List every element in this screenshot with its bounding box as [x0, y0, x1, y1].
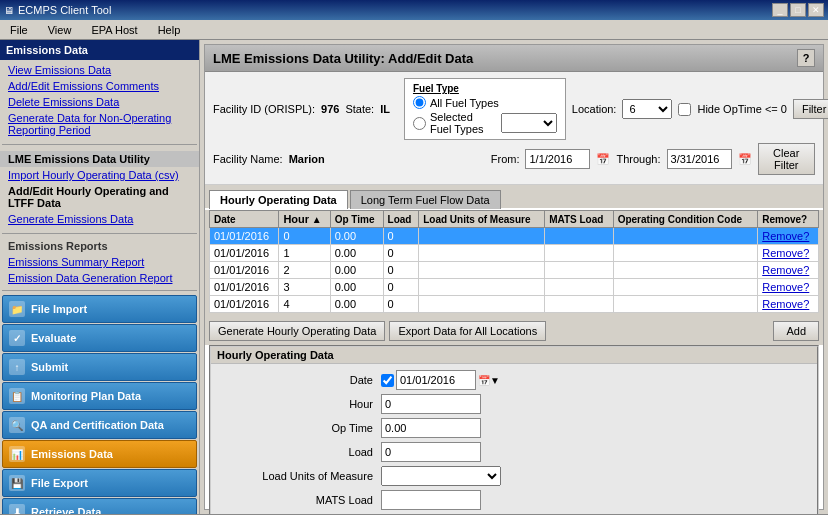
menu-file[interactable]: File	[4, 22, 34, 38]
cell-remove[interactable]: Remove?	[758, 245, 819, 262]
all-fuel-types-row: All Fuel Types	[413, 96, 557, 109]
cell-op-time: 0.00	[330, 245, 383, 262]
remove-link[interactable]: Remove?	[762, 298, 809, 310]
help-button[interactable]: ?	[797, 49, 815, 67]
fuel-type-select[interactable]	[501, 113, 557, 133]
table-row[interactable]: 01/01/2016 0 0.00 0 Remove?	[210, 228, 819, 245]
cell-op-time: 0.00	[330, 228, 383, 245]
calendar-through-icon[interactable]: 📅	[738, 153, 752, 166]
nav-emissions-data[interactable]: 📊 Emissions Data	[2, 440, 197, 468]
col-hour: Hour ▲	[279, 211, 330, 228]
facility-id-value: 976	[321, 103, 339, 115]
filter-button[interactable]: Filter	[793, 99, 828, 119]
from-input[interactable]	[525, 149, 590, 169]
sub-load-row: Load	[217, 442, 811, 462]
sub-panel-content: Date 📅▼ Hour	[217, 370, 811, 514]
emissions-data-icon: 📊	[9, 446, 25, 462]
sub-mats-load-input-group	[381, 490, 681, 510]
sub-mats-load-row: MATS Load	[217, 490, 811, 510]
cell-load: 0	[383, 228, 419, 245]
sidebar-link-view-emissions[interactable]: View Emissions Data	[0, 62, 199, 78]
sidebar-link-emission-gen[interactable]: Emission Data Generation Report	[0, 270, 199, 286]
evaluate-icon: ✓	[9, 330, 25, 346]
sub-date-checkbox[interactable]	[381, 374, 394, 387]
all-fuel-types-label: All Fuel Types	[430, 97, 499, 109]
generate-hourly-btn[interactable]: Generate Hourly Operating Data	[209, 321, 385, 341]
sub-hour-input[interactable]	[381, 394, 481, 414]
sub-date-input[interactable]	[396, 370, 476, 390]
nav-file-import[interactable]: 📁 File Import	[2, 295, 197, 323]
cell-remove[interactable]: Remove?	[758, 262, 819, 279]
location-select[interactable]: 6	[622, 99, 672, 119]
minimize-btn[interactable]: _	[772, 3, 788, 17]
tab-hourly-op[interactable]: Hourly Operating Data	[209, 190, 348, 209]
table-row[interactable]: 01/01/2016 2 0.00 0 Remove?	[210, 262, 819, 279]
add-row-btn[interactable]: Add	[773, 321, 819, 341]
sub-optime-input[interactable]	[381, 418, 481, 438]
sidebar-link-gen-non-op[interactable]: Generate Data for Non-Operating Reportin…	[0, 110, 199, 138]
remove-link[interactable]: Remove?	[762, 264, 809, 276]
export-all-locations-btn[interactable]: Export Data for All Locations	[389, 321, 546, 341]
cell-hour: 1	[279, 245, 330, 262]
table-row[interactable]: 01/01/2016 3 0.00 0 Remove?	[210, 279, 819, 296]
sidebar-link-generate[interactable]: Generate Emissions Data	[0, 211, 199, 227]
nav-qa-cert[interactable]: 🔍 QA and Certification Data	[2, 411, 197, 439]
cell-date: 01/01/2016	[210, 245, 279, 262]
close-btn[interactable]: ✕	[808, 3, 824, 17]
cell-luom	[419, 296, 545, 313]
all-fuel-types-radio[interactable]	[413, 96, 426, 109]
maximize-btn[interactable]: □	[790, 3, 806, 17]
sidebar-divider-3	[2, 290, 197, 291]
facility-id-label: Facility ID (ORISPL):	[213, 103, 315, 115]
nav-submit[interactable]: ↑ Submit	[2, 353, 197, 381]
menu-help[interactable]: Help	[152, 22, 187, 38]
nav-file-export[interactable]: 💾 File Export	[2, 469, 197, 497]
clear-filter-button[interactable]: Clear Filter	[758, 143, 815, 175]
hide-optime-checkbox[interactable]	[678, 103, 691, 116]
sidebar-link-add-comments[interactable]: Add/Edit Emissions Comments	[0, 78, 199, 94]
remove-link[interactable]: Remove?	[762, 247, 809, 259]
nav-monitoring-plan[interactable]: 📋 Monitoring Plan Data	[2, 382, 197, 410]
location-section: Location: 6 Hide OpTime <= 0 Filter	[572, 99, 828, 119]
top-form: Facility ID (ORISPL): 976 State: IL Fuel…	[205, 72, 823, 185]
sidebar-active-lme[interactable]: LME Emissions Data Utility	[0, 151, 199, 167]
cell-date: 01/01/2016	[210, 296, 279, 313]
sidebar-link-emissions-summary[interactable]: Emissions Summary Report	[0, 254, 199, 270]
cell-mats-load	[545, 228, 614, 245]
fuel-type-title: Fuel Type	[413, 83, 557, 94]
sub-luom-select[interactable]	[381, 466, 501, 486]
content-area: LME Emissions Data Utility: Add/Edit Dat…	[200, 40, 828, 514]
selected-fuel-types-radio[interactable]	[413, 117, 426, 130]
file-import-icon: 📁	[9, 301, 25, 317]
through-input[interactable]	[667, 149, 732, 169]
tabs-container: Hourly Operating Data Long Term Fuel Flo…	[205, 185, 823, 208]
remove-link[interactable]: Remove?	[762, 230, 809, 242]
menu-epa-host[interactable]: EPA Host	[85, 22, 143, 38]
sub-load-input[interactable]	[381, 442, 481, 462]
cell-date: 01/01/2016	[210, 228, 279, 245]
sub-date-row: Date 📅▼	[217, 370, 811, 390]
nav-evaluate[interactable]: ✓ Evaluate	[2, 324, 197, 352]
col-op-time: Op Time	[330, 211, 383, 228]
cell-remove[interactable]: Remove?	[758, 228, 819, 245]
remove-link[interactable]: Remove?	[762, 281, 809, 293]
table-row[interactable]: 01/01/2016 1 0.00 0 Remove?	[210, 245, 819, 262]
cell-remove[interactable]: Remove?	[758, 279, 819, 296]
calendar-from-icon[interactable]: 📅	[596, 153, 610, 166]
table-row[interactable]: 01/01/2016 4 0.00 0 Remove?	[210, 296, 819, 313]
sub-mats-load-input[interactable]	[381, 490, 481, 510]
cell-remove[interactable]: Remove?	[758, 296, 819, 313]
tab-ltff[interactable]: Long Term Fuel Flow Data	[350, 190, 501, 209]
sidebar-link-import[interactable]: Import Hourly Operating Data (csv)	[0, 167, 199, 183]
state-label: State:	[345, 103, 374, 115]
menu-view[interactable]: View	[42, 22, 78, 38]
facility-name-row: Facility Name: Marion From: 📅 Through: 📅…	[213, 143, 815, 175]
nav-retrieve-data[interactable]: ⬇ Retrieve Data	[2, 498, 197, 514]
nav-emissions-data-label: Emissions Data	[31, 448, 113, 460]
sidebar-bold-add-edit[interactable]: Add/Edit Hourly Operating and LTFF Data	[0, 183, 199, 211]
title-bar-controls[interactable]: _ □ ✕	[772, 3, 824, 17]
sub-date-calendar-icon[interactable]: 📅▼	[478, 375, 500, 386]
cell-hour: 3	[279, 279, 330, 296]
sidebar-link-delete[interactable]: Delete Emissions Data	[0, 94, 199, 110]
cell-load: 0	[383, 296, 419, 313]
